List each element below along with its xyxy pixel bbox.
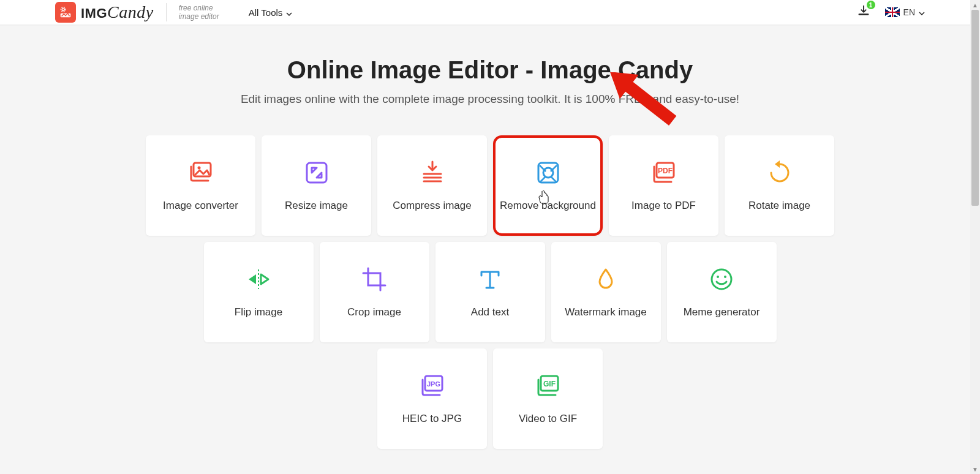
tools-grid: Image converterResize imageCompress imag… bbox=[0, 135, 980, 449]
scroll-down-icon[interactable]: ▼ bbox=[970, 464, 980, 474]
chevron-down-icon bbox=[286, 7, 292, 18]
all-tools-label: All Tools bbox=[249, 7, 283, 18]
downloads-button[interactable]: 1 bbox=[857, 4, 870, 20]
scrollbar-thumb[interactable] bbox=[971, 10, 979, 206]
flip-icon bbox=[245, 266, 272, 293]
tool-label: Crop image bbox=[347, 306, 401, 318]
tool-add-text[interactable]: Add text bbox=[435, 242, 545, 342]
meme-icon bbox=[708, 266, 735, 293]
brand-text: IMGCandy bbox=[81, 2, 154, 22]
tool-label: Image to PDF bbox=[631, 200, 696, 212]
pdf-icon bbox=[650, 159, 677, 186]
tool-meme-generator[interactable]: Meme generator bbox=[667, 242, 777, 342]
tool-crop-image[interactable]: Crop image bbox=[320, 242, 429, 342]
tool-label: Compress image bbox=[393, 200, 472, 212]
tool-label: Video to GIF bbox=[519, 413, 577, 425]
compress-icon bbox=[419, 159, 446, 186]
tool-label: Image converter bbox=[163, 200, 238, 212]
chevron-down-icon bbox=[919, 7, 925, 18]
tool-label: Flip image bbox=[235, 306, 282, 318]
resize-icon bbox=[303, 159, 330, 186]
tool-label: HEIC to JPG bbox=[402, 413, 462, 425]
tool-heic-to-jpg[interactable]: HEIC to JPG bbox=[377, 348, 487, 449]
tool-remove-background[interactable]: Remove background bbox=[493, 135, 603, 236]
tool-compress-image[interactable]: Compress image bbox=[377, 135, 487, 236]
download-icon bbox=[857, 9, 870, 20]
tool-watermark-image[interactable]: Watermark image bbox=[551, 242, 661, 342]
tool-image-converter[interactable]: Image converter bbox=[146, 135, 255, 236]
tool-label: Meme generator bbox=[684, 306, 760, 318]
rotate-icon bbox=[766, 159, 793, 186]
tool-label: Remove background bbox=[500, 200, 596, 212]
tools-row-3: HEIC to JPGVideo to GIF bbox=[377, 348, 603, 449]
tool-rotate-image[interactable]: Rotate image bbox=[725, 135, 834, 236]
tool-label: Add text bbox=[471, 306, 509, 318]
page-subtitle: Edit images online with the complete ima… bbox=[0, 92, 980, 106]
text-icon bbox=[477, 266, 503, 293]
brand-suffix: Candy bbox=[107, 2, 154, 21]
tool-label: Watermark image bbox=[565, 306, 647, 318]
watermark-icon bbox=[592, 266, 619, 293]
download-count-badge: 1 bbox=[867, 1, 875, 9]
all-tools-dropdown[interactable]: All Tools bbox=[249, 7, 293, 18]
brand-tagline: free online image editor bbox=[179, 4, 219, 21]
tools-row-1: Image converterResize imageCompress imag… bbox=[146, 135, 834, 236]
tagline-line2: image editor bbox=[179, 12, 219, 21]
language-selector[interactable]: EN bbox=[885, 7, 925, 18]
logo[interactable]: IMGCandy free online image editor bbox=[55, 2, 219, 23]
tool-flip-image[interactable]: Flip image bbox=[204, 242, 314, 342]
page-title: Online Image Editor - Image Candy bbox=[0, 56, 980, 84]
remove-bg-icon bbox=[535, 159, 562, 186]
scroll-up-icon[interactable]: ▲ bbox=[970, 0, 980, 10]
tool-label: Rotate image bbox=[748, 200, 810, 212]
header-bar: IMGCandy free online image editor All To… bbox=[0, 0, 980, 24]
gif-icon bbox=[535, 372, 562, 399]
language-label: EN bbox=[903, 7, 915, 17]
brand-prefix: IMG bbox=[81, 6, 107, 21]
tool-video-to-gif[interactable]: Video to GIF bbox=[493, 348, 603, 449]
tools-row-2: Flip imageCrop imageAdd textWatermark im… bbox=[204, 242, 777, 342]
crop-icon bbox=[361, 266, 388, 293]
tagline-line1: free online bbox=[179, 4, 219, 12]
logo-divider bbox=[166, 3, 167, 21]
main-content: Online Image Editor - Image Candy Edit i… bbox=[0, 25, 980, 474]
brand-icon bbox=[55, 2, 76, 23]
jpg-icon bbox=[419, 372, 446, 399]
tool-resize-image[interactable]: Resize image bbox=[262, 135, 371, 236]
scrollbar[interactable]: ▲ ▼ bbox=[970, 0, 980, 474]
svg-point-0 bbox=[62, 8, 64, 10]
uk-flag-icon bbox=[885, 7, 900, 17]
tool-image-to-pdf[interactable]: Image to PDF bbox=[609, 135, 718, 236]
image-stack-icon bbox=[187, 159, 214, 186]
tool-label: Resize image bbox=[285, 200, 348, 212]
